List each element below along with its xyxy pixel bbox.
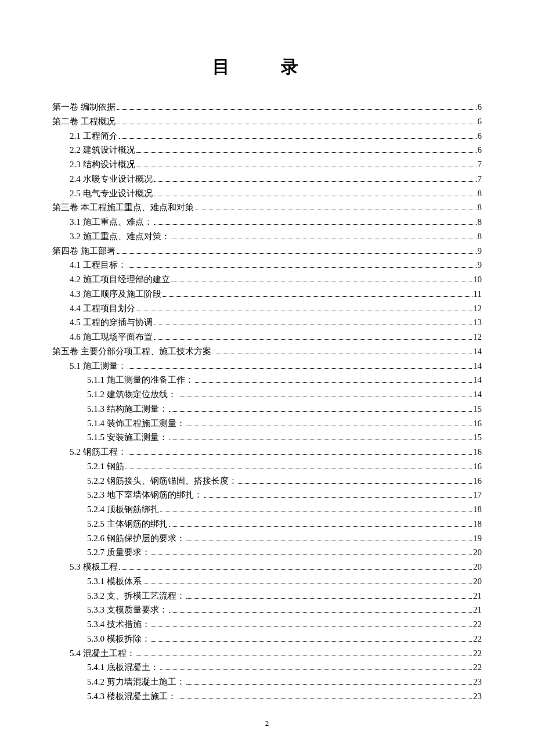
toc-entry-page: 14 [473, 359, 482, 373]
toc-entry: 2.5 电气专业设计概况8 [52, 186, 482, 201]
page-number: 2 [52, 719, 482, 728]
toc-entry-page: 23 [473, 675, 482, 689]
toc-entry-label: 4.2 施工项目经理部的建立 [70, 272, 170, 287]
toc-leader-dots [154, 325, 472, 325]
toc-entry-label: 2.4 水暖专业设计概况 [70, 172, 153, 186]
toc-entry: 4.4 工程项目划分12 [52, 301, 482, 316]
toc-entry-label: 4.4 工程项目划分 [70, 301, 135, 316]
toc-title: 目 录 [52, 55, 482, 79]
toc-entry-page: 14 [473, 373, 482, 387]
toc-leader-dots [117, 253, 477, 254]
toc-entry-page: 16 [473, 416, 482, 431]
toc-entry-page: 8 [478, 229, 482, 244]
toc-leader-dots [195, 382, 472, 383]
toc-entry-page: 18 [473, 517, 482, 531]
toc-leader-dots [178, 397, 472, 397]
toc-entry-label: 5.1 施工测量： [70, 359, 127, 373]
toc-entry-label: 4.1 工程目标： [70, 258, 127, 272]
toc-entry-page: 13 [473, 315, 482, 330]
toc-entry-label: 5.3.4 技术措施： [87, 617, 150, 632]
toc-leader-dots [136, 152, 477, 153]
toc-entry-label: 5.1.2 建筑物定位放线： [87, 387, 176, 402]
toc-entry-page: 12 [473, 301, 482, 316]
toc-entry-label: 5.2.5 主体钢筋的绑扎 [87, 517, 168, 531]
toc-leader-dots [125, 469, 472, 469]
toc-entry: 第五卷 主要分部分项工程、施工技术方案14 [52, 344, 482, 359]
toc-leader-dots [119, 138, 477, 139]
toc-entry: 2.3 结构设计概况7 [52, 157, 482, 172]
toc-leader-dots [151, 641, 472, 642]
toc-leader-dots [204, 497, 472, 498]
toc-entry-page: 22 [473, 660, 482, 675]
toc-entry: 5.3 模板工程20 [52, 560, 482, 574]
toc-entry: 2.4 水暖专业设计概况7 [52, 172, 482, 186]
toc-entry: 5.1.1 施工测量的准备工作：14 [52, 373, 482, 387]
toc-entry-label: 5.3 模板工程 [70, 560, 118, 574]
toc-entry: 4.2 施工项目经理部的建立10 [52, 272, 482, 287]
toc-entry-page: 22 [473, 632, 482, 646]
toc-leader-dots [117, 124, 477, 124]
toc-entry: 第二卷 工程概况6 [52, 114, 482, 129]
toc-entry-page: 16 [473, 445, 482, 459]
toc-entry: 4.3 施工顺序及施工阶段11 [52, 287, 482, 301]
toc-leader-dots [136, 167, 477, 167]
toc-entry: 3.2 施工重点、难点对策：8 [52, 229, 482, 244]
document-page: 目 录 第一卷 编制依据6第二卷 工程概况62.1 工程简介62.2 建筑设计概… [0, 0, 534, 751]
toc-entry-page: 16 [473, 474, 482, 488]
toc-entry-label: 5.4.1 底板混凝土： [87, 660, 159, 675]
toc-entry-page: 8 [478, 200, 482, 215]
toc-entry-label: 第三卷 本工程施工重点、难点和对策 [52, 200, 194, 215]
toc-leader-dots [186, 684, 472, 685]
toc-leader-dots [186, 426, 472, 426]
toc-entry-page: 21 [473, 603, 482, 617]
toc-entry-label: 2.5 电气专业设计概况 [70, 186, 153, 201]
toc-entry-page: 15 [473, 430, 482, 445]
toc-list: 第一卷 编制依据6第二卷 工程概况62.1 工程简介62.2 建筑设计概况62.… [52, 100, 482, 704]
toc-entry-page: 6 [478, 100, 482, 114]
toc-entry-label: 5.2.3 地下室墙体钢筋的绑扎： [87, 488, 203, 502]
toc-entry-page: 14 [473, 344, 482, 359]
toc-leader-dots [119, 569, 472, 570]
toc-entry: 5.3.2 支、拆模工艺流程：21 [52, 589, 482, 603]
toc-entry-label: 第五卷 主要分部分项工程、施工技术方案 [52, 344, 211, 359]
toc-entry-page: 23 [473, 689, 482, 704]
toc-leader-dots [195, 210, 477, 210]
toc-entry-label: 第四卷 施工部署 [52, 244, 116, 258]
toc-leader-dots [151, 627, 472, 627]
toc-entry-page: 18 [473, 502, 482, 517]
toc-leader-dots [128, 454, 472, 455]
toc-entry-page: 15 [473, 402, 482, 416]
toc-entry-page: 22 [473, 646, 482, 661]
toc-entry-label: 5.4.2 剪力墙混凝土施工： [87, 675, 185, 689]
toc-entry: 第一卷 编制依据6 [52, 100, 482, 114]
toc-entry-page: 8 [478, 215, 482, 229]
toc-leader-dots [136, 311, 472, 311]
toc-entry: 4.1 工程目标：9 [52, 258, 482, 272]
toc-leader-dots [128, 368, 472, 369]
toc-entry-label: 4.5 工程的穿插与协调 [70, 315, 153, 330]
toc-entry: 2.1 工程简介6 [52, 129, 482, 143]
toc-entry: 5.4.2 剪力墙混凝土施工：23 [52, 675, 482, 689]
toc-entry-label: 5.1.4 装饰工程施工测量： [87, 416, 185, 431]
toc-entry-label: 5.2 钢筋工程： [70, 445, 127, 459]
toc-leader-dots [117, 109, 477, 110]
toc-leader-dots [169, 612, 472, 613]
toc-entry: 5.3.1 模板体系20 [52, 574, 482, 589]
toc-entry: 5.1.4 装饰工程施工测量：16 [52, 416, 482, 431]
toc-entry-page: 7 [478, 172, 482, 186]
toc-entry-label: 5.2.2 钢筋接头、钢筋锚固、搭接长度： [87, 474, 237, 488]
toc-entry-page: 6 [478, 114, 482, 129]
toc-leader-dots [186, 541, 472, 541]
toc-entry-label: 5.2.1 钢筋 [87, 459, 124, 474]
toc-leader-dots [178, 699, 472, 699]
toc-entry-page: 20 [473, 545, 482, 560]
toc-entry: 5.3.0 模板拆除：22 [52, 632, 482, 646]
toc-entry: 5.2.2 钢筋接头、钢筋锚固、搭接长度：16 [52, 474, 482, 488]
toc-entry: 第三卷 本工程施工重点、难点和对策8 [52, 200, 482, 215]
toc-leader-dots [143, 584, 472, 584]
toc-leader-dots [128, 267, 477, 268]
toc-leader-dots [154, 196, 477, 196]
toc-leader-dots [239, 483, 472, 484]
toc-entry: 5.1.5 安装施工测量：15 [52, 430, 482, 445]
toc-entry-page: 14 [473, 387, 482, 402]
